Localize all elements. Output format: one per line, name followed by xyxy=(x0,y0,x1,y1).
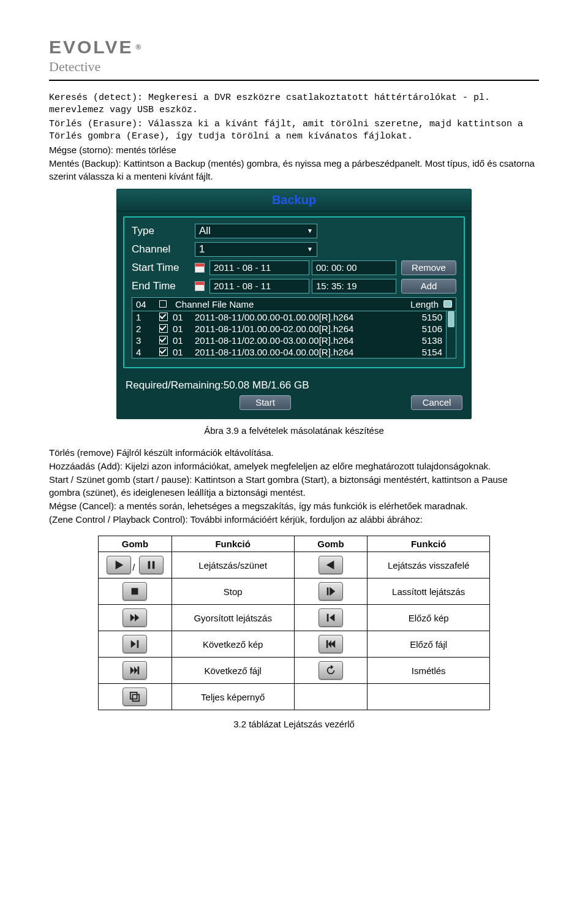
fn-play-pause: Lejátszás/szünet xyxy=(172,552,294,578)
svg-rect-4 xyxy=(132,588,138,595)
empty-icon-cell xyxy=(294,684,368,710)
file-table: 04 Channel File Name Length 1012011-08-1… xyxy=(132,297,456,358)
cancel-button[interactable]: Cancel xyxy=(411,395,462,410)
fn-prev-file: Előző fájl xyxy=(368,631,490,658)
intro-p4: Mentés (Backup): Kattintson a Backup (me… xyxy=(49,157,539,183)
row-checkbox[interactable] xyxy=(159,347,168,356)
repeat-icon[interactable] xyxy=(318,661,343,680)
select-all-checkbox[interactable] xyxy=(159,300,167,308)
slow-icon[interactable] xyxy=(318,582,343,601)
svg-rect-5 xyxy=(327,588,329,596)
after-text: Törlés (remove) Fájlról készült informác… xyxy=(49,447,539,526)
prev-frame-icon[interactable] xyxy=(318,609,343,627)
svg-marker-0 xyxy=(116,561,124,569)
fast-forward-icon[interactable] xyxy=(123,609,147,627)
next-file-icon[interactable] xyxy=(123,661,147,680)
fn-slow: Lassított lejátszás xyxy=(368,578,490,605)
table-row[interactable]: 1012011-08-11/00.00.00-01.00.00[R].h2645… xyxy=(132,311,446,323)
next-file-cell xyxy=(99,658,172,684)
fn-next-file: Következő fájl xyxy=(172,658,294,684)
play-pause-cell: / xyxy=(99,552,172,578)
svg-marker-6 xyxy=(330,587,335,596)
row-index: 3 xyxy=(136,335,154,346)
stop-cell xyxy=(99,578,172,605)
row-filename: 2011-08-11/03.00.00-04.00.00[R].h264 xyxy=(195,347,407,357)
prev-frame-cell xyxy=(294,605,368,631)
divider xyxy=(49,80,539,81)
svg-rect-18 xyxy=(138,667,140,675)
end-label: End Time xyxy=(132,280,190,292)
stop-icon[interactable] xyxy=(123,582,147,601)
fullscreen-icon[interactable] xyxy=(123,688,147,706)
svg-rect-12 xyxy=(137,640,139,648)
svg-rect-19 xyxy=(130,692,137,699)
logo-reg: ® xyxy=(135,43,143,51)
fullscreen-cell xyxy=(99,684,172,710)
logo-main: EVOLVE® xyxy=(49,37,539,58)
type-select[interactable]: All ▼ xyxy=(195,224,317,238)
prev-file-cell xyxy=(294,631,368,658)
row-filename: 2011-08-11/01.00.00-02.00.00[R].h264 xyxy=(195,324,407,334)
add-button[interactable]: Add xyxy=(401,279,456,294)
start-button[interactable]: Start xyxy=(239,395,291,410)
calendar-icon[interactable] xyxy=(195,263,205,273)
row-length: 5106 xyxy=(412,324,442,334)
table-row[interactable]: 4012011-08-11/03.00.00-04.00.00[R].h2645… xyxy=(132,346,446,358)
prev-file-icon[interactable] xyxy=(318,635,343,653)
end-date-input[interactable]: 2011 - 08 - 11 xyxy=(209,279,309,294)
figure-caption: Ábra 3.9 a felvételek másolatának készít… xyxy=(49,425,539,436)
channel-value: 1 xyxy=(199,243,205,256)
row-filename: 2011-08-11/00.00.00-01.00.00[R].h264 xyxy=(195,312,407,322)
controls-table: Gomb Funkció Gomb Funkció / Lejátszás/sz… xyxy=(98,536,490,710)
head-length: Length xyxy=(402,299,439,309)
row-checkbox[interactable] xyxy=(159,336,168,344)
fn-fullscreen: Teljes képernyő xyxy=(172,684,294,710)
fn-reverse: Lejátszás visszafelé xyxy=(368,552,490,578)
row-length: 5138 xyxy=(412,335,442,346)
row-channel: 01 xyxy=(173,312,190,322)
row-channel: 01 xyxy=(173,347,190,357)
chevron-down-icon: ▼ xyxy=(307,246,313,252)
channel-select[interactable]: 1 ▼ xyxy=(195,242,317,257)
scrollbar[interactable] xyxy=(446,311,456,358)
start-label: Start Time xyxy=(132,262,190,274)
logo-sub: Detective xyxy=(49,59,539,75)
reverse-play-icon[interactable] xyxy=(318,556,343,574)
pause-icon[interactable] xyxy=(139,556,164,574)
slow-cell xyxy=(294,578,368,605)
logo: EVOLVE® Detective xyxy=(49,37,539,75)
required-remaining: Required/Remaining:50.08 MB/1.66 GB xyxy=(117,374,471,395)
logo-text: EVOLVE xyxy=(49,37,133,58)
reqrem-label: Required/Remaining: xyxy=(126,379,224,391)
row-checkbox[interactable] xyxy=(159,313,168,321)
scroll-head-icon xyxy=(443,300,452,308)
row-index: 4 xyxy=(136,347,154,357)
after-p1: Törlés (remove) Fájlról készült informác… xyxy=(49,447,539,459)
fast-cell xyxy=(99,605,172,631)
after-p5: (Zene Control / Playback Control): Továb… xyxy=(49,514,539,526)
next-frame-icon[interactable] xyxy=(123,635,147,653)
type-label: Type xyxy=(132,225,190,237)
next-frame-cell xyxy=(99,631,172,658)
table-row[interactable]: 3012011-08-11/02.00.00-03.00.00[R].h2645… xyxy=(132,335,446,346)
th-fn1: Funkció xyxy=(172,536,294,552)
start-date-input[interactable]: 2011 - 08 - 11 xyxy=(209,260,309,275)
fn-next-frame: Következő kép xyxy=(172,631,294,658)
fn-repeat: Ismétlés xyxy=(368,658,490,684)
svg-rect-2 xyxy=(152,561,154,569)
end-time-input[interactable]: 15: 35: 19 xyxy=(312,279,396,294)
channel-label: Channel xyxy=(132,243,190,256)
intro-text: Keresés (detect): Megkeresi a DVR eszköz… xyxy=(49,92,539,143)
calendar-icon[interactable] xyxy=(195,281,205,291)
table-row[interactable]: 2012011-08-11/01.00.00-02.00.00[R].h2645… xyxy=(132,323,446,335)
start-time-input[interactable]: 00: 00: 00 xyxy=(312,260,396,275)
play-icon[interactable] xyxy=(107,556,131,574)
remove-button[interactable]: Remove xyxy=(401,260,456,275)
intro-p3: Mégse (storno): mentés törlése xyxy=(49,144,539,156)
backup-dialog: Backup Type All ▼ Channel 1 ▼ xyxy=(116,189,472,419)
svg-rect-13 xyxy=(326,640,328,648)
row-checkbox[interactable] xyxy=(159,324,168,333)
scrollbar-thumb[interactable] xyxy=(448,311,454,327)
row-index: 1 xyxy=(136,312,154,322)
svg-marker-11 xyxy=(131,640,136,648)
